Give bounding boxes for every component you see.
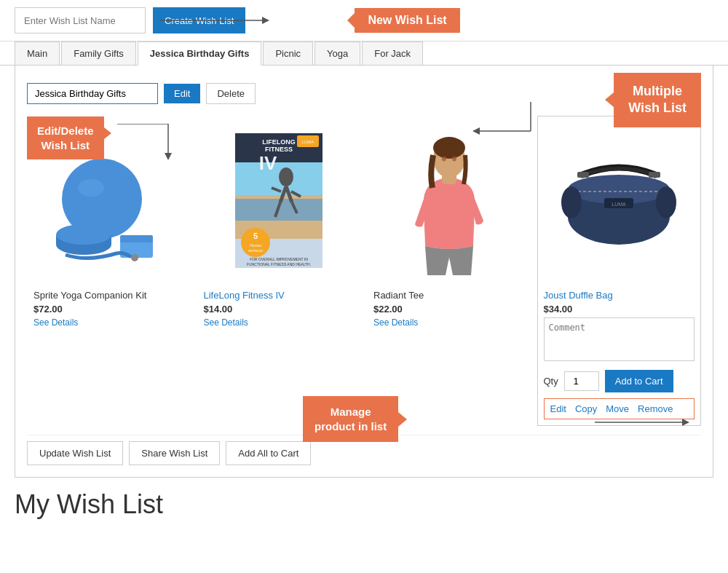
product-image-tee <box>373 122 525 282</box>
product-details-yoga-kit[interactable]: See Details <box>33 317 185 328</box>
svg-text:5: 5 <box>253 232 258 240</box>
copy-action-link[interactable]: Copy <box>575 403 597 414</box>
tabs-row: Main Family Gifts Jessica Birthday Gifts… <box>0 42 728 66</box>
delete-button[interactable]: Delete <box>206 83 256 104</box>
product-card-yoga-kit: Sprite Yoga Companion Kit $72.00 See Det… <box>27 116 191 426</box>
svg-text:workouts: workouts <box>248 248 264 253</box>
edit-delete-callout: Edit/DeleteWish List <box>27 116 104 159</box>
new-wishlist-callout: New Wish List <box>355 8 459 33</box>
svg-text:FOR OVERALL IMPROVEMENT IN: FOR OVERALL IMPROVEMENT IN <box>250 257 308 261</box>
edit-name-input[interactable] <box>27 83 158 104</box>
tab-main[interactable]: Main <box>15 42 60 65</box>
svg-text:LIFELONG: LIFELONG <box>263 138 296 146</box>
product-price-fitness: $14.00 <box>204 304 355 315</box>
main-content: Edit/DeleteWish List MultipleWish List E… <box>15 66 713 478</box>
qty-input[interactable] <box>564 371 599 391</box>
svg-rect-51 <box>577 172 589 178</box>
wish-list-name-input[interactable] <box>15 7 146 33</box>
svg-rect-52 <box>649 172 660 178</box>
update-wish-list-button[interactable]: Update Wish List <box>27 441 123 465</box>
qty-label: Qty <box>544 376 558 387</box>
edit-button[interactable]: Edit <box>164 84 200 103</box>
product-card-bag: LUMA Joust Duffle Bag $34.00 Qty Add to … <box>537 116 702 426</box>
svg-point-20 <box>279 167 293 186</box>
svg-marker-1 <box>262 17 269 24</box>
tab-family-gifts[interactable]: Family Gifts <box>61 42 136 65</box>
comment-textarea[interactable] <box>544 317 695 361</box>
svg-text:LUMA: LUMA <box>302 140 314 144</box>
svg-point-49 <box>561 186 582 218</box>
svg-point-9 <box>78 179 104 197</box>
multiple-wishlist-callout: MultipleWish List <box>614 73 701 127</box>
add-all-to-cart-button[interactable]: Add All to Cart <box>226 441 311 465</box>
share-wish-list-button[interactable]: Share Wish List <box>129 441 220 465</box>
create-wish-list-button[interactable]: Create Wish List <box>153 7 245 33</box>
product-card-tee: Radiant Tee $22.00 See Details <box>367 116 531 426</box>
remove-action-link[interactable]: Remove <box>638 403 673 414</box>
svg-point-43 <box>442 157 446 162</box>
svg-point-15 <box>131 254 138 261</box>
product-image-bag: LUMA <box>544 122 695 282</box>
page-title: My Wish List <box>0 478 728 531</box>
product-card-fitness: LIFELONG FITNESS IV LUMA 5 Fitness worko… <box>197 116 362 426</box>
tab-yoga[interactable]: Yoga <box>314 42 360 65</box>
manage-product-callout: Manageproduct in list <box>303 396 398 442</box>
action-links: Edit Copy Move Remove <box>544 398 695 419</box>
product-price-yoga-kit: $72.00 <box>33 304 185 315</box>
svg-point-42 <box>433 137 465 159</box>
product-details-tee[interactable]: See Details <box>373 317 525 328</box>
product-price-bag: $34.00 <box>544 304 695 315</box>
tee-image <box>402 130 496 275</box>
product-name-fitness[interactable]: LifeLong Fitness IV <box>204 290 355 301</box>
product-price-tee: $22.00 <box>373 304 525 315</box>
svg-point-50 <box>656 186 676 218</box>
add-to-cart-button[interactable]: Add to Cart <box>605 370 673 392</box>
tab-jessica-birthday-gifts[interactable]: Jessica Birthday Gifts <box>138 42 262 66</box>
qty-row: Qty Add to Cart <box>544 370 695 392</box>
svg-point-12 <box>56 224 111 245</box>
svg-text:LUMA: LUMA <box>612 202 627 207</box>
edit-row: Edit Delete <box>27 83 701 104</box>
product-details-fitness[interactable]: See Details <box>204 317 355 328</box>
svg-rect-14 <box>120 235 153 242</box>
edit-action-link[interactable]: Edit <box>550 403 566 414</box>
products-grid: Sprite Yoga Companion Kit $72.00 See Det… <box>27 116 701 426</box>
product-image-fitness: LIFELONG FITNESS IV LUMA 5 Fitness worko… <box>204 122 355 282</box>
product-name-yoga-kit: Sprite Yoga Companion Kit <box>33 290 185 301</box>
svg-point-44 <box>452 157 456 162</box>
bag-image: LUMA <box>557 144 681 261</box>
top-bar: Create Wish List New Wish List <box>0 0 728 42</box>
product-name-bag[interactable]: Joust Duffle Bag <box>544 290 695 301</box>
tab-for-jack[interactable]: For Jack <box>362 42 423 65</box>
tab-picnic[interactable]: Picnic <box>263 42 313 65</box>
fitness-image: LIFELONG FITNESS IV LUMA 5 Fitness worko… <box>228 130 330 275</box>
product-name-tee: Radiant Tee <box>373 290 525 301</box>
svg-text:Fitness: Fitness <box>250 243 262 248</box>
svg-text:FUNCTIONAL FITNESS AND HEALTH.: FUNCTIONAL FITNESS AND HEALTH. <box>247 262 311 266</box>
svg-text:IV: IV <box>259 152 277 174</box>
move-action-link[interactable]: Move <box>606 403 629 414</box>
